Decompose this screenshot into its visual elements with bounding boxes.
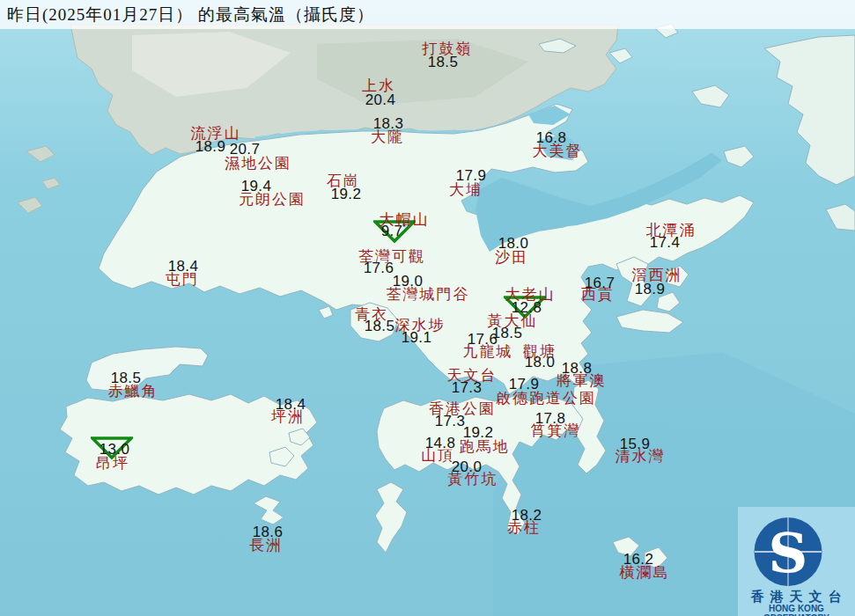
station-name-label: 荃灣可觀	[358, 246, 425, 267]
station-name-label: 坪洲	[271, 407, 305, 427]
station-name-label: 石崗	[327, 171, 360, 191]
station-name-label: 黃大仙	[488, 311, 538, 331]
station-name-label: 濕地公園	[225, 153, 291, 173]
station-name-label: 屯門	[166, 269, 199, 290]
station-name-label: 青衣	[355, 304, 388, 325]
station-name-label: 大隴	[371, 127, 404, 147]
station-name-label: 滘西洲	[632, 265, 682, 285]
station-name-label: 北潭涌	[646, 220, 697, 240]
svg-text:S: S	[769, 521, 808, 585]
station-name-label: 大帽山	[380, 209, 430, 230]
station-name-label: 荃灣城門谷	[387, 284, 470, 304]
station-name-label: 清水灣	[615, 446, 666, 466]
station-name-label: 長洲	[249, 535, 283, 555]
hko-logo-english-name: HONG KONG OBSERVATORY	[738, 604, 855, 616]
station-name-label: 觀塘	[523, 341, 556, 362]
station-name-label: 九龍城	[463, 341, 513, 362]
station-name-label: 深水埗	[395, 315, 446, 335]
station-name-label: 黃竹坑	[448, 469, 498, 489]
station-name-label: 西貢	[581, 284, 615, 304]
hko-logo: S 香港天文台 HONG KONG OBSERVATORY	[738, 507, 855, 616]
hko-max-temperature-map-page: 昨日(2025年01月27日） 的最高氣溫（攝氏度） 18.5打鼓嶺20.4上水…	[0, 0, 855, 616]
station-name-label: 赤柱	[507, 517, 541, 538]
hko-logo-icon: S	[738, 509, 855, 591]
station-name-label: 大老山	[505, 284, 556, 304]
station-name-label: 赤鱲角	[108, 381, 158, 401]
station-name-label: 山頂	[421, 445, 454, 466]
station-name-label: 跑馬地	[460, 436, 510, 457]
station-name-label: 啟德跑道公園	[496, 388, 596, 408]
title-bar: 昨日(2025年01月27日） 的最高氣溫（攝氏度）	[0, 0, 855, 29]
station-name-label: 上水	[362, 76, 395, 96]
station-name-label: 沙田	[495, 247, 528, 268]
station-name-label: 大埔	[449, 180, 483, 200]
station-name-label: 打鼓嶺	[423, 39, 473, 59]
station-name-label: 大美督	[533, 141, 583, 161]
station-name-label: 香港公園	[429, 399, 496, 419]
stations-layer: 18.5打鼓嶺20.4上水18.3大隴16.8大美督18.9流浮山20.7濕地公…	[0, 0, 855, 616]
station-name-label: 元朗公園	[239, 189, 306, 209]
station-name-label: 天文台	[447, 365, 498, 385]
station-name-label: 筲箕灣	[531, 421, 581, 441]
station-name-label: 橫瀾島	[620, 562, 670, 583]
page-title: 昨日(2025年01月27日） 的最高氣溫（攝氏度）	[7, 0, 374, 29]
station-name-label: 昂坪	[96, 453, 129, 473]
